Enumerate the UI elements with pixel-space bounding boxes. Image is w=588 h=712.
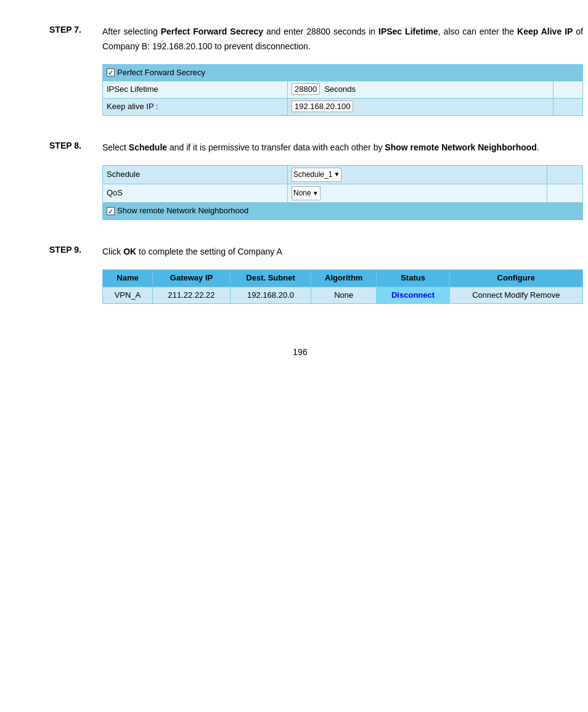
schedule-label: Schedule [103,165,288,184]
show-remote-row: Show remote Network Neighborhood [103,203,583,220]
step9-block: STEP 9. Click OK to complete the setting… [49,245,551,310]
col-dest-subnet: Dest. Subnet [231,269,311,287]
step8-content: Select Schedule and if it is permissive … [102,141,583,226]
ipsec-lifetime-label: IPSec Lifetime [103,81,288,99]
qos-arrow: ▼ [312,189,319,198]
step9-text: Click OK to complete the setting of Comp… [102,245,583,260]
schedule-select[interactable]: Schedule_1 ▼ [292,168,341,182]
vpn-data-row: VPN_A 211.22.22.22 192.168.20.0 None Dis… [103,287,583,304]
schedule-row: Schedule Schedule_1 ▼ [103,165,583,184]
col-status: Status [377,269,449,287]
ipsec-lifetime-row: IPSec Lifetime 28800 Seconds [103,81,583,99]
vpn-status[interactable]: Disconnect [377,287,449,304]
step7-block: STEP 7. After selecting Perfect Forward … [49,25,551,122]
schedule-arrow: ▼ [333,170,340,179]
show-remote-cell: Show remote Network Neighborhood [103,203,583,220]
pfs-row: Perfect Forward Secrecy [103,64,583,81]
step8-title: STEP 8 [49,141,79,150]
ipsec-lifetime-input[interactable]: 28800 [292,83,320,95]
step7-settings-table: Perfect Forward Secrecy IPSec Lifetime 2… [102,64,583,116]
keep-alive-value: 192.168.20.100 [288,99,553,116]
step7-table-container: Perfect Forward Secrecy IPSec Lifetime 2… [102,64,583,116]
col-name: Name [103,269,153,287]
ipsec-lifetime-value: 28800 Seconds [288,81,553,99]
schedule-value: Schedule_1 ▼ [288,165,547,184]
step8-settings-table: Schedule Schedule_1 ▼ QoS [102,165,583,220]
page-number: 196 [49,347,551,357]
vpn-table: Name Gateway IP Dest. Subnet Algorithm S… [102,269,583,305]
step9-label: STEP 9. [49,245,99,310]
qos-label: QoS [103,184,288,202]
step8-text: Select Schedule and if it is permissive … [102,141,583,155]
qos-select[interactable]: None ▼ [292,186,321,200]
vpn-configure[interactable]: Connect Modify Remove [449,287,582,304]
vpn-dest-subnet: 192.168.20.0 [231,287,311,304]
show-remote-label: Show remote Network Neighborhood [117,205,248,218]
keep-alive-row: Keep alive IP : 192.168.20.100 [103,99,583,116]
step7-content: After selecting Perfect Forward Secrecy … [102,25,583,122]
step7-label: STEP 7. [49,25,99,122]
step9-title: STEP 9 [49,245,79,255]
step7-text: After selecting Perfect Forward Secrecy … [102,25,583,54]
col-configure: Configure [449,269,582,287]
vpn-header-row: Name Gateway IP Dest. Subnet Algorithm S… [103,269,583,287]
step7-title: STEP 7 [49,25,79,35]
ipsec-lifetime-suffix: Seconds [324,84,356,94]
step8-label: STEP 8. [49,141,99,226]
vpn-algorithm: None [311,287,377,304]
col-algorithm: Algorithm [311,269,377,287]
step9-content: Click OK to complete the setting of Comp… [102,245,583,310]
show-remote-checkbox[interactable] [107,207,115,215]
pfs-cell: Perfect Forward Secrecy [103,64,583,81]
step9-table-container: Name Gateway IP Dest. Subnet Algorithm S… [102,269,583,305]
qos-value: None ▼ [288,184,547,202]
col-gateway-ip: Gateway IP [152,269,230,287]
vpn-gateway-ip: 211.22.22.22 [152,287,230,304]
keep-alive-input[interactable]: 192.168.20.100 [292,100,353,112]
vpn-name: VPN_A [103,287,153,304]
pfs-label: Perfect Forward Secrecy [117,67,205,80]
pfs-checkbox[interactable] [107,68,115,76]
step8-table-container: Schedule Schedule_1 ▼ QoS [102,165,583,220]
qos-row: QoS None ▼ [103,184,583,202]
keep-alive-label: Keep alive IP : [103,99,288,116]
step8-block: STEP 8. Select Schedule and if it is per… [49,141,551,226]
